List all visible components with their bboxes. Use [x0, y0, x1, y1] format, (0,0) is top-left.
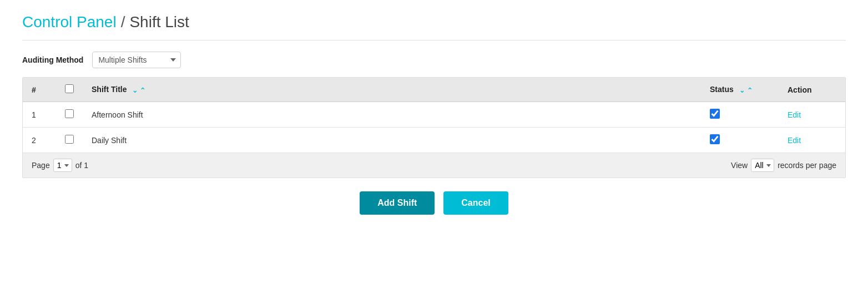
row-checkbox[interactable]: [65, 135, 74, 144]
page-select[interactable]: 1: [53, 159, 72, 172]
breadcrumb-control-panel: Control Panel: [22, 13, 117, 31]
breadcrumb-separator: /: [121, 13, 125, 31]
edit-link[interactable]: Edit: [788, 136, 801, 145]
pagination-row: Page 1 of 1 View All 10 25 50 records pe…: [23, 153, 845, 178]
title-sort-icons: ⌄ ⌃: [132, 87, 145, 94]
table-header-row: # Shift Title ⌄ ⌃ Status: [23, 78, 845, 102]
pagination-left: Page 1 of 1: [32, 159, 88, 172]
status-sort-icons: ⌄ ⌃: [739, 87, 753, 94]
auditing-method-label: Auditing Method: [22, 55, 83, 64]
row-action: Edit: [779, 128, 845, 153]
row-checkbox-cell: [56, 128, 83, 153]
shift-table-wrapper: # Shift Title ⌄ ⌃ Status: [22, 77, 846, 178]
row-status: [701, 128, 779, 153]
actions-row: Add Shift Cancel: [22, 191, 846, 215]
breadcrumb: Control Panel / Shift List: [22, 13, 846, 31]
view-label: View: [731, 161, 748, 170]
status-checkbox[interactable]: [710, 109, 720, 119]
pagination-right: View All 10 25 50 records per page: [731, 159, 836, 172]
row-title: Daily Shift: [83, 128, 701, 153]
col-header-checkbox: [56, 78, 83, 102]
col-header-action: Action: [779, 78, 845, 102]
row-action: Edit: [779, 102, 845, 128]
col-header-title: Shift Title ⌄ ⌃: [83, 78, 701, 102]
row-status: [701, 102, 779, 128]
auditing-method-select[interactable]: Multiple Shifts Single Shift: [92, 52, 181, 68]
select-all-checkbox[interactable]: [65, 84, 74, 93]
of-label: of 1: [75, 161, 88, 170]
title-sort-up-icon[interactable]: ⌃: [140, 87, 145, 94]
page-label: Page: [32, 161, 50, 170]
page-divider: [22, 40, 846, 40]
title-sort-down-icon[interactable]: ⌄: [132, 87, 138, 94]
col-header-status: Status ⌄ ⌃: [701, 78, 779, 102]
row-checkbox[interactable]: [65, 109, 74, 118]
row-num: 2: [23, 128, 56, 153]
status-checkbox[interactable]: [710, 134, 720, 144]
status-sort-down-icon[interactable]: ⌄: [739, 87, 745, 94]
page-container: Control Panel / Shift List Auditing Meth…: [0, 0, 868, 237]
cancel-button[interactable]: Cancel: [443, 191, 508, 215]
records-label: records per page: [778, 161, 836, 170]
breadcrumb-shift-list: Shift List: [129, 13, 189, 31]
table-row: 2 Daily Shift Edit: [23, 128, 845, 153]
view-select[interactable]: All 10 25 50: [751, 159, 774, 172]
filter-row: Auditing Method Multiple Shifts Single S…: [22, 52, 846, 68]
shift-table-body: 1 Afternoon Shift Edit 2 Daily Shift Edi…: [23, 102, 845, 153]
add-shift-button[interactable]: Add Shift: [360, 191, 435, 215]
row-title: Afternoon Shift: [83, 102, 701, 128]
table-row: 1 Afternoon Shift Edit: [23, 102, 845, 128]
col-header-hash: #: [23, 78, 56, 102]
status-sort-up-icon[interactable]: ⌃: [747, 87, 753, 94]
edit-link[interactable]: Edit: [788, 110, 801, 119]
row-num: 1: [23, 102, 56, 128]
shift-table: # Shift Title ⌄ ⌃ Status: [23, 78, 845, 153]
row-checkbox-cell: [56, 102, 83, 128]
